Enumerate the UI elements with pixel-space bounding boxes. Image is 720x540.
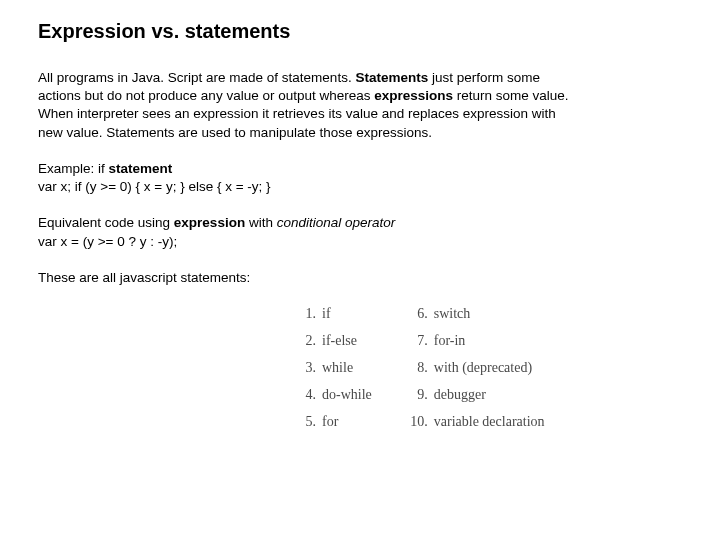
list-text: switch [434, 305, 471, 324]
bold-expression: expression [174, 215, 245, 230]
page-title: Expression vs. statements [38, 18, 682, 45]
text: All programs in Java. Script are made of… [38, 70, 355, 85]
list-text: for-in [434, 332, 466, 351]
text: Example: if [38, 161, 109, 176]
list-num: 8. [410, 359, 428, 378]
bold-expressions: expressions [374, 88, 453, 103]
text: Equivalent code using [38, 215, 174, 230]
code-line: var x; if (y >= 0) { x = y; } else { x =… [38, 179, 271, 194]
list-item: 10.variable declaration [410, 413, 545, 432]
list-item: 7.for-in [410, 332, 545, 351]
list-item: 4.do-while [298, 386, 372, 405]
list-col-2: 6.switch 7.for-in 8.with (deprecated) 9.… [410, 305, 545, 431]
bold-statements: Statements [355, 70, 428, 85]
list-num: 3. [298, 359, 316, 378]
statements-list: 1.if 2.if-else 3.while 4.do-while 5.for … [298, 305, 682, 431]
list-item: 1.if [298, 305, 372, 324]
list-text: while [322, 359, 353, 378]
list-text: variable declaration [434, 413, 545, 432]
example-statement: Example: if statement var x; if (y >= 0)… [38, 160, 578, 196]
list-text: debugger [434, 386, 486, 405]
list-item: 2.if-else [298, 332, 372, 351]
list-text: do-while [322, 386, 372, 405]
intro-paragraph: All programs in Java. Script are made of… [38, 69, 578, 142]
list-num: 9. [410, 386, 428, 405]
italic-conditional: conditional operator [277, 215, 396, 230]
list-num: 10. [410, 413, 428, 432]
list-num: 7. [410, 332, 428, 351]
list-num: 2. [298, 332, 316, 351]
list-item: 8.with (deprecated) [410, 359, 545, 378]
list-item: 9.debugger [410, 386, 545, 405]
code-line: var x = (y >= 0 ? y : -y); [38, 234, 177, 249]
list-text: for [322, 413, 338, 432]
list-item: 5.for [298, 413, 372, 432]
bold-statement: statement [109, 161, 173, 176]
list-item: 3.while [298, 359, 372, 378]
list-num: 4. [298, 386, 316, 405]
list-text: if-else [322, 332, 357, 351]
list-num: 6. [410, 305, 428, 324]
list-text: with (deprecated) [434, 359, 532, 378]
list-num: 5. [298, 413, 316, 432]
example-expression: Equivalent code using expression with co… [38, 214, 578, 250]
list-intro: These are all javascript statements: [38, 269, 578, 287]
text: with [245, 215, 277, 230]
list-col-1: 1.if 2.if-else 3.while 4.do-while 5.for [298, 305, 372, 431]
list-text: if [322, 305, 331, 324]
list-num: 1. [298, 305, 316, 324]
list-item: 6.switch [410, 305, 545, 324]
